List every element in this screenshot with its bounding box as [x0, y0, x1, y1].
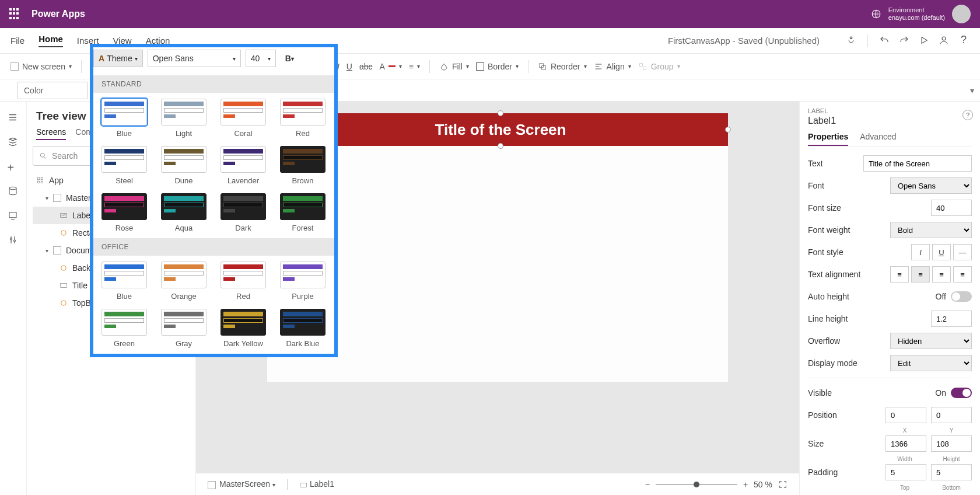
- prop-fontweight-select[interactable]: Bold: [890, 222, 972, 238]
- theme-option-aqua[interactable]: Aqua: [160, 193, 208, 232]
- svg-point-17: [61, 266, 66, 270]
- status-bar: MasterScreen ▾ Label1 −+ 50 %: [196, 473, 799, 495]
- app-launcher-icon[interactable]: [9, 8, 21, 20]
- prop-font-select[interactable]: Open Sans: [890, 177, 972, 194]
- theme-option-forest[interactable]: Forest: [279, 193, 327, 232]
- zoom-slider[interactable]: −+ 50 %: [645, 480, 788, 489]
- reorder-button[interactable]: Reorder ▾: [538, 62, 587, 71]
- theme-popup: STANDARD BlueLightCoralRedSteelDuneLaven…: [90, 44, 338, 357]
- hamburger-icon[interactable]: [8, 112, 19, 124]
- fit-screen-icon[interactable]: [778, 480, 788, 489]
- app-checker-icon[interactable]: [845, 34, 857, 46]
- prop-textalign-buttons[interactable]: ≡≡≡≡: [890, 266, 972, 283]
- app-header: Power Apps Environment enayu.com (defaul…: [0, 0, 980, 28]
- svg-point-6: [9, 187, 16, 190]
- prop-pos-x[interactable]: [886, 407, 926, 423]
- theme-option-red[interactable]: Red: [279, 99, 327, 138]
- environment-icon: [871, 9, 881, 19]
- undo-icon[interactable]: [878, 34, 890, 46]
- theme-option-rose[interactable]: Rose: [100, 193, 148, 232]
- theme-category-standard: STANDARD: [93, 75, 334, 93]
- left-rail: +: [0, 102, 27, 495]
- svg-rect-5: [643, 67, 646, 69]
- theme-option-gray[interactable]: Gray: [160, 309, 208, 348]
- theme-option-blue[interactable]: Blue: [100, 99, 148, 138]
- theme-option-red[interactable]: Red: [219, 262, 267, 301]
- insert-icon[interactable]: +: [8, 161, 19, 173]
- prop-pad-bottom[interactable]: [931, 464, 972, 480]
- properties-panel: ? LABEL Label1 Properties Advanced Text …: [799, 102, 980, 495]
- prop-pad-top[interactable]: [886, 464, 926, 480]
- underline-button[interactable]: U: [346, 62, 352, 71]
- theme-option-light[interactable]: Light: [160, 99, 208, 138]
- theme-option-lavender[interactable]: Lavender: [219, 146, 267, 185]
- svg-rect-11: [37, 177, 40, 180]
- theme-option-purple[interactable]: Purple: [279, 262, 327, 301]
- help-icon[interactable]: ?: [958, 34, 970, 46]
- theme-option-steel[interactable]: Steel: [100, 146, 148, 185]
- menu-home[interactable]: Home: [38, 34, 63, 47]
- group-button: Group ▾: [638, 62, 680, 71]
- new-screen-button[interactable]: New screen ▾: [10, 62, 72, 71]
- align-text-button[interactable]: ≡ ▾: [409, 62, 420, 71]
- prop-displaymode-select[interactable]: Edit: [890, 355, 972, 371]
- play-icon[interactable]: [918, 34, 930, 46]
- tab-screens[interactable]: Screens: [36, 127, 66, 140]
- prop-text-input[interactable]: [863, 155, 972, 172]
- svg-rect-18: [61, 284, 67, 288]
- prop-size-h[interactable]: [931, 435, 972, 452]
- control-name: Label1: [808, 116, 972, 126]
- theme-option-green[interactable]: Green: [100, 309, 148, 348]
- theme-button[interactable]: ATheme ▾: [93, 50, 143, 67]
- prop-autoheight-toggle[interactable]: [951, 291, 972, 302]
- tab-advanced[interactable]: Advanced: [860, 132, 896, 146]
- zoom-value: 50 %: [754, 480, 772, 489]
- bold-button[interactable]: B ▾: [281, 50, 299, 67]
- theme-option-brown[interactable]: Brown: [279, 146, 327, 185]
- prop-fontstyle-buttons[interactable]: IU—: [911, 244, 972, 260]
- theme-option-blue[interactable]: Blue: [100, 262, 148, 301]
- svg-point-10: [40, 153, 44, 157]
- theme-option-dune[interactable]: Dune: [160, 146, 208, 185]
- svg-point-8: [10, 238, 12, 240]
- data-icon[interactable]: [8, 186, 19, 197]
- strike-button[interactable]: abc: [359, 62, 373, 71]
- user-avatar[interactable]: [952, 5, 971, 23]
- advanced-tools-icon[interactable]: [8, 235, 19, 246]
- font-color-button[interactable]: A ▾: [380, 62, 402, 71]
- prop-fontsize-input[interactable]: [931, 200, 972, 216]
- property-selector[interactable]: Color: [18, 82, 88, 99]
- theme-option-dark-yellow[interactable]: Dark Yellow: [219, 309, 267, 348]
- panel-help-icon[interactable]: ?: [963, 110, 973, 120]
- svg-rect-7: [9, 212, 16, 218]
- svg-rect-20: [300, 483, 307, 487]
- theme-option-orange[interactable]: Orange: [160, 262, 208, 301]
- prop-overflow-select[interactable]: Hidden: [890, 333, 972, 349]
- control-type-label: LABEL: [808, 107, 972, 114]
- document-status: FirstCanvasApp - Saved (Unpublished): [668, 36, 820, 46]
- theme-option-coral[interactable]: Coral: [219, 99, 267, 138]
- media-icon[interactable]: [8, 210, 19, 222]
- redo-icon[interactable]: [898, 34, 910, 46]
- prop-size-w[interactable]: [886, 435, 926, 452]
- font-select[interactable]: Open Sans▾: [148, 50, 241, 67]
- menu-file[interactable]: File: [10, 36, 24, 46]
- align-button[interactable]: Align ▾: [594, 62, 631, 71]
- selection-handles[interactable]: [273, 113, 728, 146]
- theme-option-dark-blue[interactable]: Dark Blue: [279, 309, 327, 348]
- svg-rect-14: [41, 181, 43, 183]
- font-size-input[interactable]: 40▾: [246, 50, 276, 67]
- status-screen[interactable]: MasterScreen ▾: [208, 479, 275, 489]
- share-icon[interactable]: [938, 34, 950, 46]
- tab-properties[interactable]: Properties: [808, 132, 848, 146]
- tree-view-icon[interactable]: [8, 137, 19, 148]
- border-button[interactable]: Border ▾: [476, 62, 519, 71]
- theme-option-dark[interactable]: Dark: [219, 193, 267, 232]
- fill-button[interactable]: Fill ▾: [439, 62, 469, 71]
- prop-pos-y[interactable]: [931, 407, 972, 423]
- prop-visible-toggle[interactable]: [951, 388, 972, 398]
- formula-expand-icon[interactable]: ▾: [970, 86, 974, 95]
- prop-lineheight-input[interactable]: [931, 311, 972, 327]
- status-selected[interactable]: Label1: [299, 479, 334, 489]
- environment-label[interactable]: Environment enayu.com (default): [888, 6, 945, 22]
